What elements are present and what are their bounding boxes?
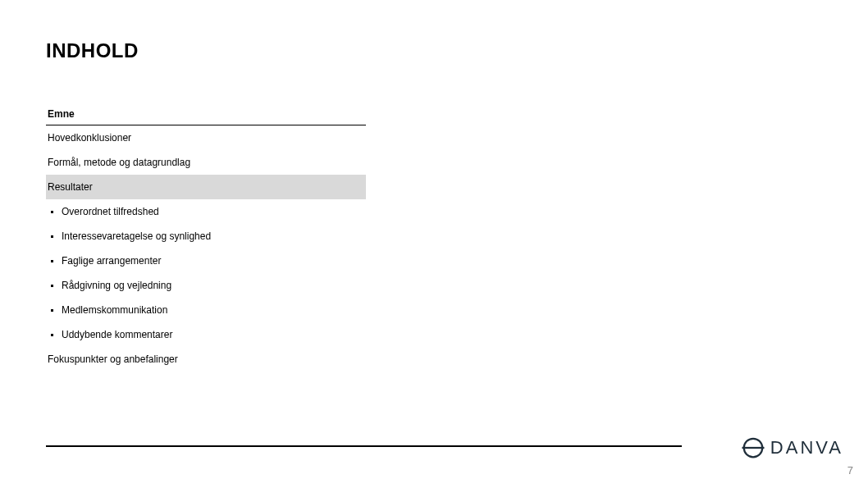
toc-item: Hovedkonklusioner [46, 125, 366, 150]
bullet-icon [51, 309, 53, 312]
bullet-icon [51, 285, 53, 287]
toc-subitem: Rådgivning og vejledning [46, 273, 366, 298]
bullet-icon [51, 211, 53, 213]
toc-header: Emne [46, 103, 366, 125]
bullet-icon [51, 334, 53, 336]
toc-subitem-label: Medlemskommunikation [62, 304, 167, 316]
bullet-icon [51, 260, 53, 262]
toc-subitem: Faglige arrangementer [46, 249, 366, 273]
toc-subitem: Overordnet tilfredshed [46, 199, 366, 224]
toc-subitem-label: Rådgivning og vejledning [62, 280, 171, 291]
toc-subitem: Uddybende kommentarer [46, 322, 366, 347]
toc-subitem: Medlemskommunikation [46, 298, 366, 322]
danva-logo-icon [741, 436, 765, 460]
bullet-icon [51, 235, 53, 238]
table-of-contents: Emne Hovedkonklusioner Formål, metode og… [46, 103, 366, 372]
toc-subitem-label: Interessevaretagelse og synlighed [62, 230, 211, 242]
toc-item: Fokuspunkter og anbefalinger [46, 347, 366, 372]
toc-subitem-label: Overordnet tilfredshed [62, 206, 159, 217]
toc-item-highlighted: Resultater [46, 175, 366, 199]
toc-item: Formål, metode og datagrundlag [46, 150, 366, 175]
toc-subitem-label: Uddybende kommentarer [62, 329, 172, 340]
toc-subitem: Interessevaretagelse og synlighed [46, 224, 366, 249]
toc-subitem-label: Faglige arrangementer [62, 255, 161, 267]
page-number: 7 [847, 464, 853, 477]
logo: DANVA [741, 436, 843, 460]
logo-text: DANVA [770, 437, 843, 458]
page-title: INDHOLD [46, 39, 822, 62]
footer-divider [46, 445, 682, 447]
